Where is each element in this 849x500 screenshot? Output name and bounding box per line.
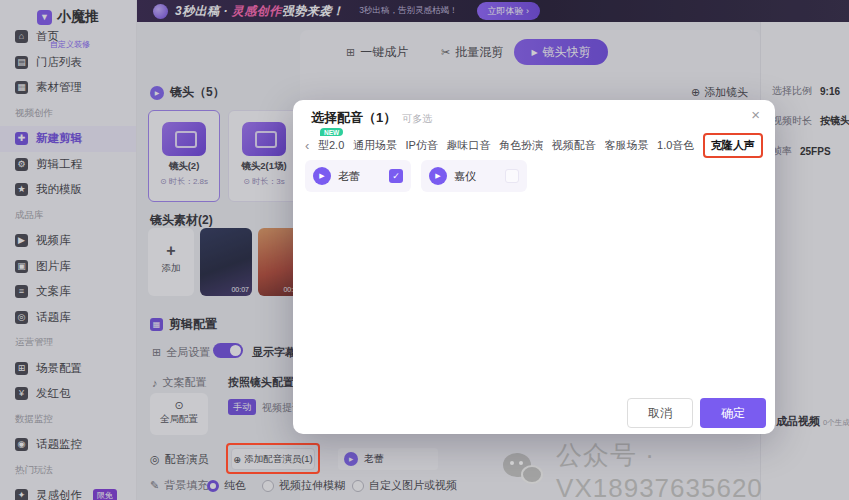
annotation-box-add-voice [226, 443, 320, 474]
chevron-left-icon[interactable]: ‹ [305, 138, 309, 153]
checkbox-unchecked-icon[interactable] [505, 169, 519, 183]
app-window: ▼ 小魔推 自定义装修 ⌂首页 ▤门店列表 ▦素材管理 视频创作 ✚新建剪辑 ⚙… [0, 0, 849, 500]
voice-name: 嘉仪 [454, 169, 498, 184]
dialog-title: 选择配音（1）可多选 [311, 109, 432, 127]
tab-video-dub[interactable]: 视频配音 [552, 138, 596, 153]
dialog-title-text: 选择配音（1） [311, 110, 396, 125]
voice-name: 老蕾 [338, 169, 382, 184]
watermark: 公众号 · VX18937635620 [503, 438, 849, 500]
watermark-text: 公众号 · VX18937635620 [556, 438, 849, 500]
tab-1-0-voice[interactable]: 1.0音色 [657, 138, 694, 153]
checkbox-checked-icon[interactable]: ✓ [389, 169, 403, 183]
tab-service-scene[interactable]: 客服场景 [604, 138, 648, 153]
confirm-button[interactable]: 确定 [700, 398, 766, 428]
voice-category-tabs: ‹ NEW型2.0 通用场景 IP仿音 趣味口音 角色扮演 视频配音 客服场景 … [305, 133, 763, 158]
tab-model-2[interactable]: NEW型2.0 [318, 138, 344, 153]
voice-card-1[interactable]: ▶ 老蕾 ✓ [305, 160, 411, 192]
tab-general-scene[interactable]: 通用场景 [353, 138, 397, 153]
tab-cloned-voice[interactable]: 克隆人声 [703, 133, 763, 158]
cancel-button[interactable]: 取消 [627, 398, 693, 428]
tab-role-play[interactable]: 角色扮演 [499, 138, 543, 153]
play-icon[interactable]: ▶ [429, 167, 447, 185]
play-icon[interactable]: ▶ [313, 167, 331, 185]
close-icon[interactable]: × [751, 106, 760, 123]
voice-select-dialog: 选择配音（1）可多选 × ‹ NEW型2.0 通用场景 IP仿音 趣味口音 角色… [293, 100, 775, 434]
tab-label: 型2.0 [318, 139, 344, 151]
dialog-title-note: 可多选 [402, 113, 432, 124]
tab-ip-voice[interactable]: IP仿音 [406, 138, 438, 153]
wechat-icon [503, 453, 544, 489]
new-badge: NEW [320, 128, 343, 136]
tab-fun-accent[interactable]: 趣味口音 [447, 138, 491, 153]
voice-card-2[interactable]: ▶ 嘉仪 [421, 160, 527, 192]
